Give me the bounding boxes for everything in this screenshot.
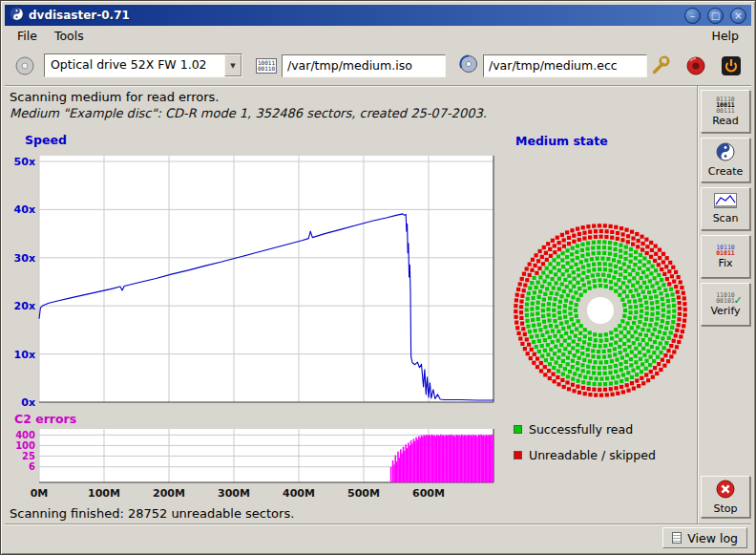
read-button[interactable]: 01110 10011 00111 Read (701, 90, 750, 133)
svg-text:200M: 200M (153, 487, 185, 500)
scan-chart-icon (714, 193, 737, 211)
medium-state-label: Medium state (515, 134, 608, 148)
stop-label: Stop (713, 502, 737, 515)
maximize-button[interactable]: □ (707, 8, 724, 24)
legend-unreadable: Unreadable / skipped (514, 448, 656, 462)
status-line-action: Scanning medium for read errors. (10, 90, 219, 104)
iso-path-input[interactable] (282, 54, 446, 77)
titlebar[interactable]: dvdisaster-0.71 – □ × (5, 5, 751, 26)
svg-text:0M: 0M (31, 487, 49, 500)
toolbar: Optical drive 52X FW 1.02 ▼ 10011 00110 (5, 46, 751, 85)
yin-yang-icon (716, 142, 735, 164)
menubar: File Tools Help (5, 26, 751, 46)
fix-binary-icon: 10110 01011 (716, 245, 735, 256)
svg-text:100: 100 (15, 440, 35, 451)
minimize-button[interactable]: – (684, 8, 701, 24)
ecc-file-icon (459, 54, 478, 76)
view-log-label: View log (687, 531, 738, 545)
app-window: dvdisaster-0.71 – □ × File Tools Help Op… (0, 0, 756, 555)
toolbar-separator (5, 85, 751, 87)
disc-legend: Successfully read Unreadable / skipped (514, 422, 656, 462)
read-binary-icon: 01110 10011 00111 (716, 96, 735, 114)
read-label: Read (712, 115, 739, 127)
svg-text:500M: 500M (347, 487, 380, 500)
stop-button[interactable]: Stop (701, 476, 750, 518)
create-label: Create (708, 165, 744, 178)
svg-text:10x: 10x (14, 349, 35, 361)
app-icon (10, 7, 24, 24)
menu-tools[interactable]: Tools (46, 27, 93, 45)
scan-button[interactable]: Scan (701, 187, 750, 230)
svg-text:50x: 50x (14, 156, 35, 168)
svg-text:Speed: Speed (25, 133, 67, 147)
check-icon: ✓ (734, 294, 743, 307)
medium-state-disc (507, 219, 694, 402)
svg-text:100M: 100M (88, 487, 120, 500)
ecc-path-input[interactable] (483, 54, 647, 77)
speed-c2-chart: 50x40x30x20x10x0x4001002560M100M200M300M… (10, 131, 507, 503)
stop-icon (716, 480, 735, 502)
svg-text:20x: 20x (14, 300, 35, 312)
log-page-icon (672, 532, 682, 544)
fix-label: Fix (718, 257, 732, 269)
statusbar: View log (5, 524, 751, 551)
red-swatch-icon (514, 451, 522, 459)
help-button[interactable] (682, 53, 709, 79)
view-log-button[interactable]: View log (662, 527, 747, 548)
legend-successfully-read: Successfully read (514, 422, 656, 437)
svg-text:0x: 0x (21, 396, 35, 409)
status-line-medium-info: Medium "Example disc": CD-R mode 1, 3524… (10, 106, 487, 120)
menu-help[interactable]: Help (704, 27, 748, 45)
scan-label: Scan (713, 212, 739, 224)
svg-text:30x: 30x (14, 252, 35, 265)
svg-text:600M: 600M (412, 487, 445, 500)
scan-result-status: Scanning finished: 28752 unreadable sect… (10, 506, 294, 521)
quit-button[interactable] (718, 53, 745, 79)
svg-text:400M: 400M (283, 487, 315, 500)
svg-text:6: 6 (29, 461, 35, 472)
verify-binary-icon: 11010 00101 ✓ (716, 292, 735, 304)
svg-text:C2 errors: C2 errors (14, 412, 76, 426)
iso-file-icon: 10011 00110 (256, 58, 277, 74)
svg-text:300M: 300M (218, 487, 250, 500)
chevron-down-icon[interactable]: ▼ (224, 54, 242, 76)
sidebar-separator (697, 86, 699, 523)
green-swatch-icon (514, 425, 522, 434)
svg-text:40x: 40x (14, 203, 35, 216)
drive-select[interactable]: Optical drive 52X FW 1.02 ▼ (44, 53, 242, 77)
drive-select-value: Optical drive 52X FW 1.02 (45, 54, 224, 76)
window-title: dvdisaster-0.71 (29, 9, 678, 22)
verify-button[interactable]: 11010 00101 ✓ Verify (701, 283, 750, 326)
fix-button[interactable]: 10110 01011 Fix (701, 235, 750, 278)
menu-file[interactable]: File (9, 27, 46, 45)
drive-icon (11, 53, 38, 79)
svg-text:25: 25 (22, 451, 35, 461)
svg-text:400: 400 (15, 430, 35, 440)
close-button[interactable]: × (730, 8, 746, 24)
create-button[interactable]: Create (701, 138, 750, 182)
preferences-button[interactable] (647, 53, 674, 79)
